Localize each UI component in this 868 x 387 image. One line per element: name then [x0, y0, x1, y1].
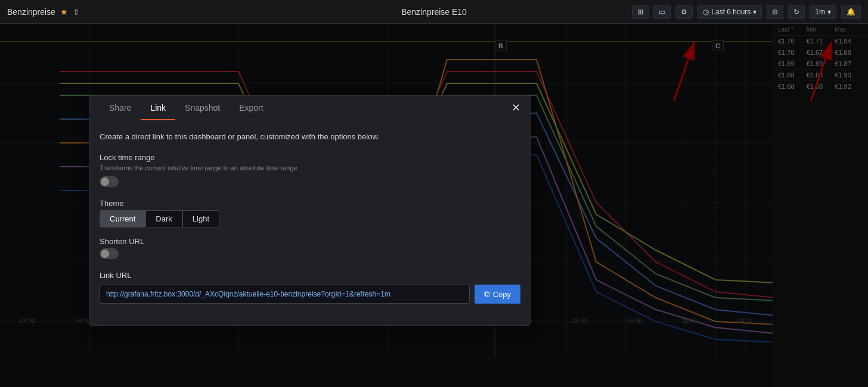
- share-modal: Share Link Snapshot Export ✕ Create a di…: [89, 95, 531, 326]
- copy-button[interactable]: ⧉ Copy: [475, 285, 520, 304]
- refresh-icon: ↻: [793, 8, 799, 16]
- add-panel-button[interactable]: ⊞: [632, 5, 649, 19]
- modal-close-button[interactable]: ✕: [512, 101, 520, 114]
- link-url-group: Link URL ⧉ Copy: [100, 271, 520, 304]
- shorten-url-label: Shorten URL: [100, 237, 520, 246]
- add-panel-icon: ⊞: [637, 8, 643, 16]
- zoom-out-button[interactable]: ⊖: [767, 5, 783, 19]
- copy-label: Copy: [493, 290, 511, 299]
- link-url-input[interactable]: [100, 285, 470, 304]
- copy-icon: ⧉: [484, 289, 489, 299]
- main-content: B C 04:20 04:30 04:40 07:30 07:40 07:50 …: [0, 24, 868, 387]
- tab-snapshot[interactable]: Snapshot: [175, 96, 230, 120]
- tab-export[interactable]: Export: [230, 96, 272, 120]
- chevron-down-icon-2: ▾: [827, 8, 831, 16]
- link-url-row: ⧉ Copy: [100, 285, 520, 304]
- notifications-button[interactable]: 🔔: [841, 5, 861, 19]
- lock-time-range-group: Lock time range Transforms the current r…: [100, 153, 520, 189]
- dashboard-settings-button[interactable]: ⚙: [675, 5, 693, 19]
- lock-time-range-sublabel: Transforms the current relative time ran…: [100, 164, 520, 171]
- theme-group: Theme Current Dark Light: [100, 199, 520, 227]
- theme-current-button[interactable]: Current: [100, 210, 145, 227]
- shorten-url-toggle[interactable]: [100, 248, 119, 259]
- tv-icon: ▭: [659, 8, 665, 16]
- cycle-view-button[interactable]: ▭: [653, 5, 671, 19]
- star-icon[interactable]: ★: [60, 7, 68, 17]
- modal-tabs: Share Link Snapshot Export ✕: [90, 96, 530, 120]
- dashboard-title: Benzinpreise: [7, 7, 55, 17]
- theme-label: Theme: [100, 199, 520, 208]
- theme-buttons: Current Dark Light: [100, 210, 520, 227]
- tab-link[interactable]: Link: [141, 96, 175, 120]
- chevron-down-icon: ▾: [753, 8, 757, 16]
- link-url-label: Link URL: [100, 271, 520, 280]
- dashboard-panel-title: Benzinpreise E10: [401, 7, 467, 17]
- lock-time-range-label: Lock time range: [100, 153, 520, 162]
- clock-icon: ◷: [703, 8, 709, 16]
- modal-description: Create a direct link to this dashboard o…: [100, 132, 520, 141]
- bell-icon: 🔔: [847, 8, 855, 16]
- topbar: Benzinpreise ★ ⇧ Benzinpreise E10 ⊞ ▭ ⚙ …: [0, 0, 868, 24]
- theme-dark-button[interactable]: Dark: [145, 210, 182, 227]
- refresh-button[interactable]: ↻: [788, 5, 805, 19]
- shorten-url-group: Shorten URL: [100, 237, 520, 261]
- refresh-interval-label: 1m: [815, 8, 825, 16]
- theme-light-button[interactable]: Light: [182, 210, 219, 227]
- time-range-button[interactable]: ◷ Last 6 hours ▾: [698, 5, 762, 19]
- topbar-left: Benzinpreise ★ ⇧: [7, 7, 632, 17]
- magnify-minus-icon: ⊖: [772, 8, 778, 16]
- tab-share[interactable]: Share: [100, 96, 141, 120]
- gear-icon: ⚙: [681, 8, 687, 16]
- refresh-interval-button[interactable]: 1m ▾: [810, 5, 836, 19]
- modal-body: Create a direct link to this dashboard o…: [90, 120, 530, 325]
- time-range-label: Last 6 hours: [711, 8, 751, 16]
- share-icon[interactable]: ⇧: [73, 7, 80, 17]
- lock-time-range-toggle[interactable]: [100, 176, 119, 187]
- topbar-right: ⊞ ▭ ⚙ ◷ Last 6 hours ▾ ⊖ ↻ 1m ▾ 🔔: [632, 5, 861, 19]
